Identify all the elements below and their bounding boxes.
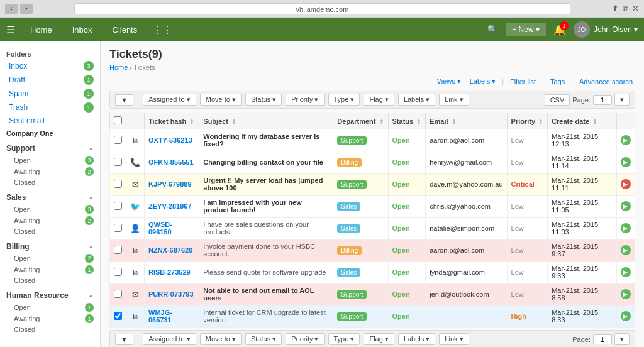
table-row[interactable]: 🖥 RISB-273529 Please send quote for soft… <box>110 262 635 284</box>
nav-inbox[interactable]: Inbox <box>67 23 97 37</box>
action-button[interactable]: ▶ <box>621 311 631 321</box>
table-row[interactable]: 🖥 NZNX-687620 Invoice payment done to yo… <box>110 240 635 262</box>
status-button[interactable]: Status ▾ <box>245 94 282 106</box>
ticket-hash[interactable]: RISB-273529 <box>148 268 191 276</box>
dept-sub-item[interactable]: Awaiting1 <box>0 264 100 275</box>
hamburger-menu[interactable]: ☰ <box>6 24 15 36</box>
nav-clients[interactable]: Clients <box>108 23 143 37</box>
table-row[interactable]: 🖥 OXTY-536213 Wondering if my database s… <box>110 129 635 151</box>
type-button[interactable]: Type ▾ <box>328 94 360 106</box>
dept-sub-item[interactable]: Open1 <box>0 302 100 313</box>
action-button[interactable]: ▶ <box>621 201 631 211</box>
dept-sub-item[interactable]: Closed <box>0 177 100 187</box>
dept-sub-item[interactable]: Open2 <box>0 253 100 264</box>
row-checkbox[interactable] <box>114 180 122 188</box>
sidebar-folder-sent-email[interactable]: Sent email <box>0 114 100 127</box>
dept-title[interactable]: Billing▲ <box>0 240 100 253</box>
page-input[interactable] <box>593 95 612 105</box>
dept-sub-item[interactable]: Awaiting2 <box>0 166 100 177</box>
bottom-status-btn[interactable]: Status ▾ <box>245 333 282 345</box>
ticket-hash-cell[interactable]: OXTY-536213 <box>145 129 199 151</box>
address-bar[interactable]: vh.iamdemo.com <box>74 3 570 14</box>
sidebar-folder-draft[interactable]: Draft1 <box>0 73 100 87</box>
bottom-assigned-btn[interactable]: Assigned to ▾ <box>143 333 196 345</box>
nav-home[interactable]: Home <box>25 23 57 37</box>
row-checkbox[interactable] <box>114 224 122 232</box>
advanced-search-button[interactable]: Advanced search <box>577 77 635 87</box>
window-icon[interactable]: ⧉ <box>623 4 628 14</box>
notification-icon[interactable]: 🔔 1 <box>553 24 566 36</box>
table-row[interactable]: 🖥 WMJG-065731 Internal ticket for CRM up… <box>110 306 635 328</box>
bottom-move-btn[interactable]: Move to ▾ <box>200 333 242 345</box>
select-all-checkbox[interactable] <box>114 116 122 124</box>
select-all-btn[interactable]: ▼ <box>115 94 133 106</box>
dept-title[interactable]: Sales▲ <box>0 191 100 204</box>
ticket-hash-cell[interactable]: WMJG-065731 <box>145 306 199 328</box>
ticket-hash[interactable]: KJPV-679889 <box>148 180 192 188</box>
page-dropdown[interactable]: ▾ <box>614 94 630 106</box>
dept-sub-item[interactable]: Closed <box>0 275 100 285</box>
row-checkbox[interactable] <box>114 312 122 320</box>
bottom-flag-btn[interactable]: Flag ▾ <box>364 333 394 345</box>
ticket-hash-cell[interactable]: PURR-073793 <box>145 284 199 306</box>
ticket-hash[interactable]: OXTY-536213 <box>148 136 192 144</box>
priority-button[interactable]: Priority ▾ <box>286 94 324 106</box>
ticket-hash-cell[interactable]: NZNX-687620 <box>145 240 199 262</box>
dept-sub-item[interactable]: Open3 <box>0 204 100 215</box>
row-checkbox[interactable] <box>114 290 122 298</box>
bottom-type-btn[interactable]: Type ▾ <box>328 333 360 345</box>
search-icon[interactable]: 🔍 <box>487 25 498 35</box>
assigned-to-button[interactable]: Assigned to ▾ <box>143 94 196 106</box>
dept-sub-item[interactable]: Open3 <box>0 155 100 166</box>
dept-sub-item[interactable]: Awaiting2 <box>0 215 100 226</box>
share-icon[interactable]: ⬆ <box>612 4 619 14</box>
dept-title[interactable]: Support▲ <box>0 142 100 155</box>
table-row[interactable]: ✉ KJPV-679889 Urgent !! My server load h… <box>110 174 635 196</box>
bottom-priority-btn[interactable]: Priority ▾ <box>286 333 324 345</box>
table-row[interactable]: 📞 OFKN-855551 Changing billing contact o… <box>110 151 635 174</box>
sidebar-folder-trash[interactable]: Trash1 <box>0 101 100 114</box>
action-button[interactable]: ▶ <box>621 223 631 233</box>
row-checkbox[interactable] <box>114 136 122 144</box>
ticket-hash[interactable]: NZNX-687620 <box>148 246 192 254</box>
action-button[interactable]: ▶ <box>621 179 631 189</box>
dept-sub-item[interactable]: Awaiting1 <box>0 313 100 324</box>
row-checkbox[interactable] <box>114 268 122 276</box>
ticket-hash-cell[interactable]: OFKN-855551 <box>145 151 199 174</box>
ticket-hash-cell[interactable]: ZEYV-281967 <box>145 196 199 218</box>
apps-grid-icon[interactable]: ⋮⋮ <box>152 24 172 36</box>
bottom-link-btn[interactable]: Link ▾ <box>439 333 469 345</box>
action-button[interactable]: ▶ <box>621 157 631 167</box>
ticket-hash[interactable]: PURR-073793 <box>148 290 194 298</box>
row-checkbox[interactable] <box>114 158 122 166</box>
labels-button[interactable]: Labels ▾ <box>398 94 435 106</box>
action-button[interactable]: ▶ <box>621 135 631 145</box>
sidebar-folder-spam[interactable]: Spam1 <box>0 87 100 101</box>
action-button[interactable]: ▶ <box>621 245 631 255</box>
ticket-hash[interactable]: ZEYV-281967 <box>148 202 192 210</box>
csv-button[interactable]: CSV <box>545 94 570 106</box>
ticket-hash[interactable]: QWSD-096150 <box>148 221 172 236</box>
new-button[interactable]: + New ▾ <box>506 23 546 36</box>
filter-list-button[interactable]: Filter list <box>508 77 538 87</box>
dept-title[interactable]: Human Resource▲ <box>0 289 100 302</box>
forward-button[interactable]: › <box>20 4 33 14</box>
flag-button[interactable]: Flag ▾ <box>364 94 394 106</box>
ticket-hash[interactable]: OFKN-855551 <box>148 158 194 166</box>
labels-dropdown-button[interactable]: Labels ▾ <box>467 76 498 87</box>
table-row[interactable]: 👤 QWSD-096150 I have pre sales questions… <box>110 218 635 240</box>
ticket-hash-cell[interactable]: RISB-273529 <box>145 262 199 284</box>
action-button[interactable]: ▶ <box>621 289 631 299</box>
bottom-labels-btn[interactable]: Labels ▾ <box>398 333 435 345</box>
close-icon[interactable]: ✕ <box>632 4 639 14</box>
dept-sub-item[interactable]: Closed <box>0 226 100 236</box>
ticket-hash-cell[interactable]: QWSD-096150 <box>145 218 199 240</box>
bottom-page-dropdown[interactable]: ▾ <box>614 333 630 345</box>
sidebar-folder-inbox[interactable]: Inbox3 <box>0 59 100 73</box>
breadcrumb-home[interactable]: Home <box>109 63 128 71</box>
row-checkbox[interactable] <box>114 246 122 254</box>
views-button[interactable]: Views ▾ <box>435 76 464 87</box>
action-button[interactable]: ▶ <box>621 267 631 277</box>
move-to-button[interactable]: Move to ▾ <box>200 94 242 106</box>
link-button[interactable]: Link ▾ <box>439 94 469 106</box>
